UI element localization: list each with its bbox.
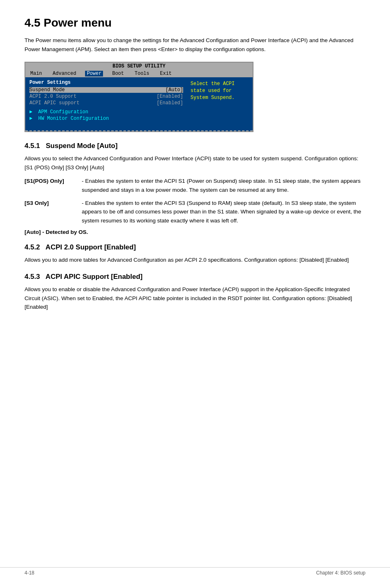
footer-page-number: 4-18 — [25, 570, 34, 576]
bios-menu-main: Main — [29, 71, 44, 76]
bios-menu-advanced: Advanced — [51, 71, 78, 76]
section-heading-453: 4.5.3 ACPI APIC Support [Enabled] — [25, 273, 365, 281]
section-heading-451: 4.5.1 Suspend Mode [Auto] — [25, 142, 365, 150]
bios-item-suspend-label: Suspend Mode — [29, 87, 65, 93]
page-footer: 4-18 Chapter 4: BIOS setup — [0, 567, 390, 576]
bios-item-suspend: Suspend Mode [Auto] — [29, 87, 183, 93]
bios-header: BIOS SETUP UTILITY — [25, 63, 253, 70]
bios-body: Power Settings Suspend Mode [Auto] ACPI … — [25, 77, 253, 130]
bios-item-acpiapic-value: [Enabled] — [157, 100, 183, 106]
section-text-453: Allows you to enable or disable the Adva… — [25, 285, 365, 312]
bios-sidebar: Select the ACPI state used for System Su… — [187, 77, 253, 130]
bios-item-acpi20-value: [Enabled] — [157, 94, 183, 99]
def-item-s3: [S3 Only] - Enables the system to enter … — [25, 199, 365, 225]
bios-item-acpi20-label: ACPI 2.0 Support — [29, 94, 76, 99]
bios-item-acpi20: ACPI 2.0 Support [Enabled] — [29, 94, 183, 99]
section-text-451: Allows you to select the Advanced Config… — [25, 154, 365, 172]
bios-item-acpiapic-label: ACPI APIC support — [29, 100, 79, 106]
bios-menu-exit: Exit — [158, 71, 173, 76]
section-text-452: Allows you to add more tables for Advanc… — [25, 256, 365, 265]
bios-main-panel: Power Settings Suspend Mode [Auto] ACPI … — [25, 77, 187, 130]
page-title: 4.5 Power menu — [25, 16, 365, 29]
intro-text: The Power menu items allow you to change… — [25, 36, 365, 54]
bios-menu-tools: Tools — [133, 71, 151, 76]
bios-menu-power: Power — [85, 71, 103, 76]
bios-section-title: Power Settings — [29, 80, 183, 85]
bios-sub-apm: ► APM Configuration — [29, 109, 183, 115]
section-heading-452: 4.5.2 ACPI 2.0 Support [Enabled] — [25, 243, 365, 251]
bios-sub-hwmon: ► HW Monitor Configuration — [29, 116, 183, 121]
bios-dashed-border — [25, 130, 253, 131]
bios-sub-items: ► APM Configuration ► HW Monitor Configu… — [29, 109, 183, 121]
def-desc-s1: - Enables the system to enter the ACPI S… — [82, 177, 365, 194]
def-desc-s3: - Enables the system to enter the ACPI S… — [82, 199, 365, 225]
bios-item-acpiapic: ACPI APIC support [Enabled] — [29, 100, 183, 106]
bios-item-suspend-value: [Auto] — [166, 87, 183, 93]
def-term-s1: [S1(POS) Only] — [25, 177, 74, 194]
def-item-s1: [S1(POS) Only] - Enables the system to e… — [25, 177, 365, 194]
bios-menu-boot: Boot — [110, 71, 126, 76]
auto-note-451: [Auto] - Detected by OS. — [25, 229, 365, 235]
def-list-451: [S1(POS) Only] - Enables the system to e… — [25, 177, 365, 225]
bios-sidebar-text: Select the ACPI state used for System Su… — [191, 81, 235, 101]
bios-screenshot: BIOS SETUP UTILITY Main Advanced Power B… — [25, 62, 253, 132]
def-term-s3: [S3 Only] — [25, 199, 74, 225]
bios-menu-bar: Main Advanced Power Boot Tools Exit — [25, 70, 253, 77]
footer-chapter: Chapter 4: BIOS setup — [316, 570, 365, 576]
